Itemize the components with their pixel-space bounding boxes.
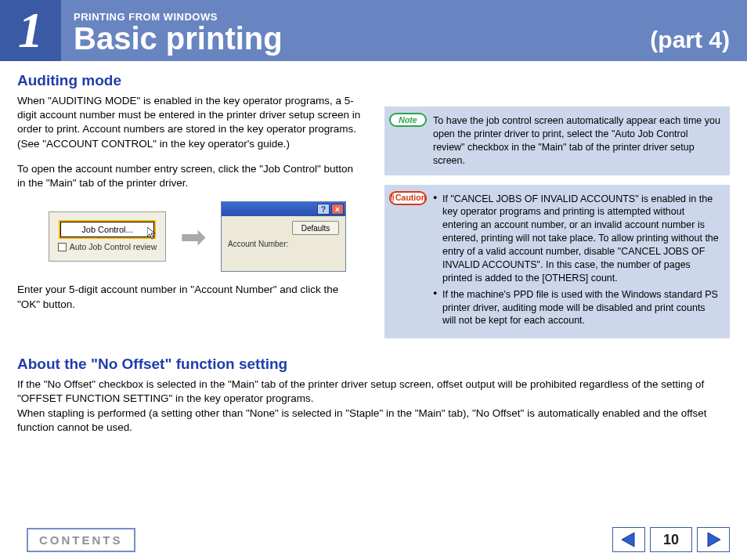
caution-bullet-2: If the machine's PPD file is used with t…	[433, 288, 720, 328]
defaults-button-label: Defaults	[301, 224, 330, 233]
auto-job-control-checkbox-row[interactable]: Auto Job Control review	[58, 242, 157, 251]
dialog-right: ? × Defaults Account Number:	[221, 201, 346, 272]
caution-badge-label: Caution	[395, 192, 426, 203]
triangle-right-icon	[705, 531, 722, 548]
account-number-label: Account Number:	[228, 240, 339, 248]
auto-job-control-label: Auto Job Control review	[70, 242, 157, 251]
cursor-icon	[147, 227, 158, 241]
no-offset-section: About the "No Offset" function setting I…	[17, 356, 730, 435]
page-title: Basic printing	[74, 23, 637, 54]
page-header: 1 PRINTING FROM WINDOWS Basic printing (…	[0, 0, 747, 61]
note-badge: Note	[389, 113, 427, 127]
checkbox-icon	[58, 243, 67, 251]
diagram-row: Job Control... Auto Job Control review ➡…	[49, 201, 363, 272]
no-offset-para: If the "No Offset" checkbox is selected …	[17, 378, 730, 435]
note-callout: Note To have the job control screen auto…	[384, 107, 730, 175]
note-badge-label: Note	[399, 114, 417, 125]
left-column: Auditing mode When "AUDITING MODE" is en…	[17, 72, 363, 338]
header-part: (part 4)	[650, 0, 747, 61]
svg-marker-2	[708, 533, 720, 547]
defaults-button[interactable]: Defaults	[292, 221, 339, 235]
dialog-titlebar: ? ×	[222, 202, 345, 216]
job-control-button[interactable]: Job Control...	[60, 222, 154, 237]
header-titles: PRINTING FROM WINDOWS Basic printing	[61, 0, 650, 61]
close-icon[interactable]: ×	[331, 204, 344, 215]
caution-list: If "CANCEL JOBS OF INVALID ACCOUNTS" is …	[433, 193, 720, 328]
note-text: To have the job control screen automatic…	[433, 115, 720, 166]
job-control-button-label: Job Control...	[81, 225, 132, 234]
page-content: Auditing mode When "AUDITING MODE" is en…	[0, 61, 747, 435]
arrow-right-icon: ➡	[180, 221, 207, 252]
page-footer: CONTENTS 10	[0, 526, 747, 560]
chapter-number-box: 1	[0, 0, 61, 61]
auditing-heading: Auditing mode	[17, 72, 363, 89]
page-number-value: 10	[663, 532, 679, 548]
dialog-left: Job Control... Auto Job Control review	[49, 211, 166, 262]
caution-callout: Caution If "CANCEL JOBS OF INVALID ACCOU…	[384, 185, 730, 339]
contents-button[interactable]: CONTENTS	[27, 528, 135, 552]
page-number: 10	[650, 527, 692, 552]
next-page-button[interactable]	[697, 527, 730, 552]
dialog-body: Defaults Account Number:	[222, 216, 345, 271]
no-offset-heading: About the "No Offset" function setting	[17, 356, 730, 373]
caution-badge: Caution	[389, 191, 427, 205]
spacer	[384, 72, 730, 97]
right-column: Note To have the job control screen auto…	[384, 72, 730, 338]
auditing-para-2: To open the account number entry screen,…	[17, 162, 363, 190]
chapter-number: 1	[18, 2, 43, 60]
auditing-para-1: When "AUDITING MODE" is enabled in the k…	[17, 94, 363, 151]
svg-marker-1	[622, 533, 634, 547]
triangle-left-icon	[620, 531, 637, 548]
contents-button-label: CONTENTS	[39, 533, 123, 547]
svg-marker-0	[147, 227, 155, 239]
help-icon[interactable]: ?	[317, 204, 330, 215]
caution-bullet-1: If "CANCEL JOBS OF INVALID ACCOUNTS" is …	[433, 193, 720, 285]
auditing-para-3: Enter your 5-digit account number in "Ac…	[17, 283, 363, 311]
prev-page-button[interactable]	[612, 527, 645, 552]
